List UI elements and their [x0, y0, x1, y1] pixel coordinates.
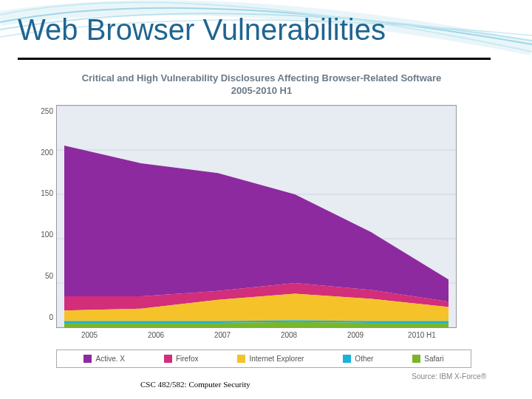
x-tick: 2007 [189, 331, 256, 339]
title-rule [18, 58, 491, 60]
y-tick: 50 [33, 272, 53, 280]
x-tick: 2009 [322, 331, 389, 339]
legend-label: Internet Explorer [249, 355, 304, 363]
legend: Active. XFirefoxInternet ExplorerOtherSa… [56, 349, 471, 368]
legend-label: Active. X [95, 355, 124, 363]
legend-item: Firefox [164, 355, 199, 363]
legend-item: Safari [412, 355, 443, 363]
x-tick: 2006 [123, 331, 189, 339]
legend-swatch [237, 355, 245, 363]
legend-label: Firefox [176, 355, 199, 363]
legend-item: Active. X [83, 355, 124, 363]
legend-label: Other [355, 355, 373, 363]
x-axis: 200520062007200820092010 H1 [56, 331, 455, 339]
area-active-x [64, 146, 449, 301]
footer-text: CSC 482/582: Computer Security [140, 380, 250, 389]
x-tick: 2010 H1 [389, 331, 455, 339]
legend-label: Safari [424, 355, 443, 363]
legend-item: Internet Explorer [237, 355, 304, 363]
area-chart-svg [57, 106, 456, 327]
y-tick: 150 [33, 189, 53, 197]
source-label: Source: IBM X-Force® [33, 372, 486, 381]
chart-block: Critical and High Vulnerability Disclosu… [33, 68, 491, 381]
plot-wrap: 250200150100500 [33, 105, 491, 328]
plot-area [56, 105, 457, 328]
legend-item: Other [343, 355, 373, 363]
legend-swatch [343, 355, 351, 363]
y-axis: 250200150100500 [33, 107, 56, 321]
legend-swatch [83, 355, 92, 363]
legend-swatch [164, 355, 172, 363]
chart-title-line1: Critical and High Vulnerability Disclosu… [82, 72, 442, 83]
chart-title: Critical and High Vulnerability Disclosu… [33, 72, 491, 98]
y-tick: 250 [33, 107, 53, 115]
y-tick: 0 [33, 313, 53, 321]
x-tick: 2008 [256, 331, 322, 339]
chart-title-line2: 2005-2010 H1 [33, 85, 491, 98]
slide: Web Browser Vulnerabilities Critical and… [0, 0, 532, 399]
y-tick: 100 [33, 231, 53, 239]
page-title: Web Browser Vulnerabilities [18, 13, 386, 47]
y-tick: 200 [33, 149, 53, 157]
x-tick: 2005 [56, 331, 123, 339]
legend-swatch [412, 355, 420, 363]
